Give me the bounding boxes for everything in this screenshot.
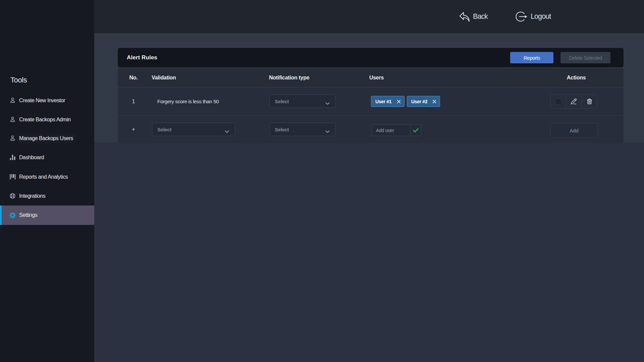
sidebar-item-label: Settings <box>19 212 37 218</box>
trash-icon <box>586 98 593 105</box>
sidebar-item-create-backops-admin[interactable]: Create Backops Admin <box>0 110 94 129</box>
user-icon <box>9 97 16 104</box>
alert-rules-card-header: Alert Rules Reports Delete Selected <box>118 48 624 67</box>
user-icon <box>9 135 16 141</box>
sidebar-title: Tools <box>10 76 27 84</box>
delete-selected-button[interactable]: Delete Selected <box>560 52 610 63</box>
gear-icon <box>9 212 16 219</box>
chevron-down-icon <box>225 128 229 134</box>
sidebar-item-label: Integrations <box>19 193 45 199</box>
app-root: Tools Create New Investor Create Backops… <box>0 0 644 362</box>
table-row: 1 Forgery score is less than 50 Select U… <box>118 87 624 116</box>
pencil-icon <box>571 98 577 105</box>
remove-user-icon[interactable] <box>432 100 436 104</box>
column-header-no: No. <box>126 68 141 87</box>
add-user-input[interactable] <box>372 125 410 136</box>
row-actions <box>550 94 597 109</box>
notification-type-select[interactable]: Select <box>269 95 336 108</box>
sidebar-item-dashboard[interactable]: Dashboard <box>0 148 94 167</box>
select-value: Select <box>275 127 289 132</box>
validation-text: Forgery score is less than 50 <box>157 87 219 115</box>
remove-user-icon[interactable] <box>397 100 401 104</box>
user-chip-label: User #1 <box>375 99 391 104</box>
sidebar-item-label: Manage Backops Users <box>19 135 73 141</box>
topbar: Back Logout <box>94 0 644 33</box>
alert-rules-table: No. Validation Notification type Users A… <box>118 68 624 143</box>
sidebar-item-label: Create New Investor <box>19 98 65 104</box>
sidebar: Tools Create New Investor Create Backops… <box>0 0 94 362</box>
back-label: Back <box>473 12 488 21</box>
logout-label: Logout <box>531 12 551 21</box>
notification-type-select[interactable]: Select <box>269 123 336 136</box>
column-header-validation: Validation <box>152 68 176 87</box>
sidebar-item-reports-and-analytics[interactable]: Reports and Analytics <box>0 167 94 186</box>
sidebar-item-label: Dashboard <box>19 155 44 161</box>
back-arrow-icon <box>459 11 470 22</box>
row-number: 1 <box>126 87 141 115</box>
add-user-field <box>372 124 421 136</box>
user-chip: User #1 <box>371 96 405 107</box>
confirm-user-button[interactable] <box>410 125 421 136</box>
edit-row-button[interactable] <box>566 95 582 108</box>
logout-button[interactable]: Logout <box>516 0 551 33</box>
bar-chart-icon <box>9 154 16 161</box>
sidebar-item-integrations[interactable]: Integrations <box>0 186 94 205</box>
delete-row-button[interactable] <box>582 95 597 108</box>
sidebar-item-label: Reports and Analytics <box>19 174 68 180</box>
table-header-row: No. Validation Notification type Users A… <box>118 68 624 87</box>
add-row-plus: + <box>126 116 141 143</box>
sidebar-item-label: Create Backops Admin <box>19 117 71 123</box>
barcode-icon <box>9 174 16 180</box>
select-value: Select <box>275 99 289 104</box>
user-chip: User #2 <box>407 96 440 107</box>
add-rule-row: + Select Select Add <box>118 116 624 143</box>
sidebar-item-settings[interactable]: Settings <box>0 205 94 225</box>
select-value: Select <box>157 127 171 132</box>
user-icon <box>9 116 16 123</box>
user-chip-label: User #2 <box>411 99 427 104</box>
chevron-down-icon <box>325 128 330 134</box>
column-header-users: Users <box>369 68 384 87</box>
select-row-cell <box>551 95 566 108</box>
logout-icon <box>516 11 528 22</box>
row-checkbox[interactable] <box>555 99 561 105</box>
lifebuoy-icon <box>9 193 16 199</box>
validation-select[interactable]: Select <box>152 123 235 136</box>
reports-button[interactable]: Reports <box>510 52 553 63</box>
check-icon <box>413 128 419 133</box>
column-header-notification-type: Notification type <box>269 68 309 87</box>
chevron-down-icon <box>325 100 330 106</box>
column-header-actions: Actions <box>550 68 602 87</box>
page-title: Alert Rules <box>127 48 157 67</box>
add-button[interactable]: Add <box>550 123 598 138</box>
sidebar-item-manage-backops-users[interactable]: Manage Backops Users <box>0 129 94 148</box>
back-button[interactable]: Back <box>459 0 488 33</box>
sidebar-item-create-new-investor[interactable]: Create New Investor <box>0 91 94 110</box>
